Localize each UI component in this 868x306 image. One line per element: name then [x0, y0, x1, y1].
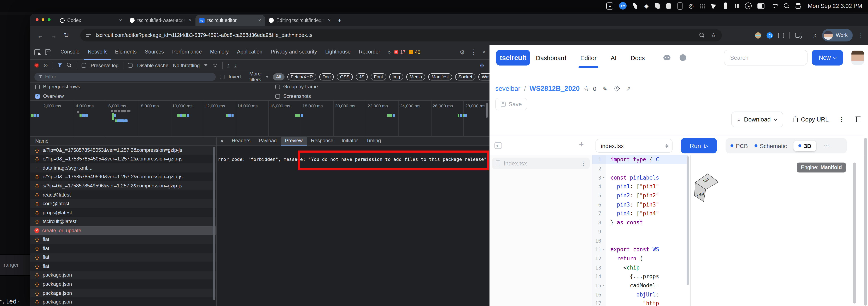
code-line[interactable]: 16 objUrl:	[592, 290, 691, 299]
play-circle-icon[interactable]: ▶	[745, 2, 752, 9]
site-settings-icon[interactable]	[86, 33, 92, 37]
tag-icon[interactable]	[614, 85, 620, 92]
discord-icon[interactable]	[663, 55, 671, 60]
devtools-tab-elements[interactable]: Elements	[111, 45, 141, 59]
more-actions-icon[interactable]: ⋮	[839, 116, 845, 123]
filter-chip[interactable]: Doc	[319, 73, 334, 80]
iphone-mirroring-icon[interactable]	[723, 2, 728, 9]
battery-icon[interactable]	[757, 2, 766, 9]
reload-icon[interactable]: ↻	[64, 31, 69, 39]
export-har-icon[interactable]: ↓	[235, 63, 237, 68]
more-filters-button[interactable]: More filters	[249, 71, 261, 83]
browser-tab[interactable]: tscircuit/led-water-accelerom×	[126, 15, 195, 26]
console-errors-badge[interactable]: ✕ 17	[394, 50, 406, 55]
background-terminal-window[interactable]: ranger r.led-wat	[0, 15, 30, 306]
code-line[interactable]: 14 {...props	[592, 272, 691, 281]
search-network-icon[interactable]	[67, 63, 72, 67]
copy-url-button[interactable]: Copy URL	[793, 116, 829, 123]
tab-close-icon[interactable]: ×	[119, 18, 122, 23]
invert-checkbox[interactable]	[220, 75, 224, 79]
browser-tab[interactable]: tstscircuit editor×	[195, 15, 265, 26]
download-button[interactable]: ↓ Download	[731, 112, 783, 127]
nav-item-dashboard[interactable]: Dashboard	[536, 54, 566, 61]
devtools-tab-application[interactable]: Application	[233, 45, 267, 59]
view-tab-schematic[interactable]: Schematic	[754, 142, 787, 149]
star-icon[interactable]: ☆	[584, 85, 589, 92]
request-row[interactable]: {}e/?ip=0&_=1758578545054&ver=1.257.2&co…	[30, 155, 216, 163]
devtools-tab-privacy-and-security[interactable]: Privacy and security	[267, 45, 321, 59]
request-row[interactable]: {}package.json	[30, 298, 216, 306]
throttling-select[interactable]: No throttling	[173, 62, 199, 68]
disable-cache-checkbox[interactable]	[128, 63, 133, 67]
run-button[interactable]: Run ▷	[681, 138, 717, 154]
save-button[interactable]: Save	[495, 98, 527, 110]
code-line[interactable]: 1import type { C	[592, 155, 691, 164]
maximize-window-button[interactable]	[48, 19, 50, 21]
record-network-log-icon[interactable]	[34, 63, 39, 67]
fold-icon[interactable]: ▾	[601, 284, 606, 287]
three-d-viewer[interactable]: Top Left Engine:Manifold	[691, 155, 863, 306]
cursor-spray-icon[interactable]	[712, 2, 717, 9]
detail-tab-payload[interactable]: Payload	[255, 137, 281, 145]
password-manager-icon[interactable]	[767, 32, 773, 38]
toggle-panel-icon[interactable]	[855, 116, 861, 122]
tscircuit-logo[interactable]: tscircuit	[496, 50, 530, 65]
nav-item-editor[interactable]: Editor	[580, 54, 596, 61]
option-checkbox[interactable]	[35, 94, 40, 99]
nav-item-docs[interactable]: Docs	[631, 54, 645, 61]
add-file-icon[interactable]: +	[579, 140, 584, 149]
code-line[interactable]: 9	[592, 227, 691, 236]
devtools-settings-icon[interactable]: ⚙	[460, 49, 465, 55]
request-row[interactable]: {}core@latest	[30, 199, 216, 208]
option-checkbox[interactable]	[275, 84, 280, 89]
detail-tab-response[interactable]: Response	[307, 137, 338, 145]
devtools-tab-recorder[interactable]: Recorder	[355, 45, 384, 59]
user-avatar[interactable]	[851, 51, 864, 65]
avatar-extension-icon[interactable]	[755, 32, 762, 38]
filter-chip[interactable]: Socket	[455, 73, 475, 80]
extensions-puzzle-icon[interactable]	[778, 32, 784, 38]
code-line[interactable]: 17 "http	[592, 299, 691, 306]
code-editor[interactable]: 1import type { C23▾const pinLabels4 pin1…	[592, 155, 691, 306]
preserve-log-checkbox[interactable]	[82, 63, 86, 67]
minimize-window-button[interactable]	[42, 19, 44, 21]
nav-item-ai[interactable]: AI	[611, 54, 616, 61]
filter-chip[interactable]: Img	[389, 73, 404, 80]
code-line[interactable]: 6 pin3: ["pin3"	[592, 200, 691, 209]
search-input[interactable]	[724, 50, 808, 65]
detail-close-icon[interactable]: ×	[217, 138, 227, 143]
request-list-scrollbar[interactable]	[213, 147, 215, 300]
cast-lock-icon[interactable]: ◎	[688, 2, 694, 9]
request-row[interactable]: {}tscircuit@latest	[30, 217, 216, 226]
filter-icon[interactable]	[58, 63, 62, 67]
filter-chip[interactable]: Wasm	[478, 73, 490, 80]
viewer-scrollbar[interactable]	[853, 163, 856, 304]
request-row[interactable]: {}flat	[30, 253, 216, 261]
request-row[interactable]: {}flat	[30, 235, 216, 244]
option-checkbox[interactable]	[35, 84, 40, 89]
editor-scrollbar[interactable]	[687, 156, 689, 285]
bookmark-star-icon[interactable]: ☆	[711, 32, 716, 38]
request-row[interactable]: {}s/?ip=0&_=1758578545053&ver=1.257.2&co…	[30, 145, 216, 155]
request-row[interactable]: {}package.json	[30, 279, 216, 288]
collapse-sidebar-icon[interactable]: ◀	[494, 142, 502, 149]
code-line[interactable]: 4 pin1: ["pin1"	[592, 182, 691, 191]
file-select[interactable]: index.tsx	[595, 139, 673, 152]
code-line[interactable]: 11▾export const WS	[592, 245, 691, 254]
zoom-app-icon[interactable]: zm	[619, 2, 627, 9]
close-window-button[interactable]	[36, 19, 38, 21]
browser-tab[interactable]: Editing tscircuit/index.ts at ma×	[265, 15, 334, 26]
request-row[interactable]: {}flat	[30, 244, 216, 253]
forward-icon[interactable]: →	[51, 32, 57, 39]
view-tab-3d[interactable]: 3D	[794, 140, 816, 151]
tab-close-icon[interactable]: ×	[258, 18, 261, 23]
browser-tab[interactable]: Codex×	[56, 15, 126, 26]
spotlight-search-icon[interactable]	[784, 3, 790, 9]
devtools-tab-console[interactable]: Console	[56, 45, 84, 59]
address-bar[interactable]: tscircuit.com/editor?package_id=d12f4db3…	[80, 29, 722, 41]
back-icon[interactable]: ←	[37, 32, 43, 39]
code-line[interactable]: 7 pin4: ["pin4"	[592, 209, 691, 218]
device-toolbar-icon[interactable]	[45, 49, 51, 55]
request-row[interactable]: {}s/?ip=0&_=1758578549596&ver=1.257.2&co…	[30, 181, 216, 190]
shield-icon[interactable]: ◆	[644, 2, 649, 9]
